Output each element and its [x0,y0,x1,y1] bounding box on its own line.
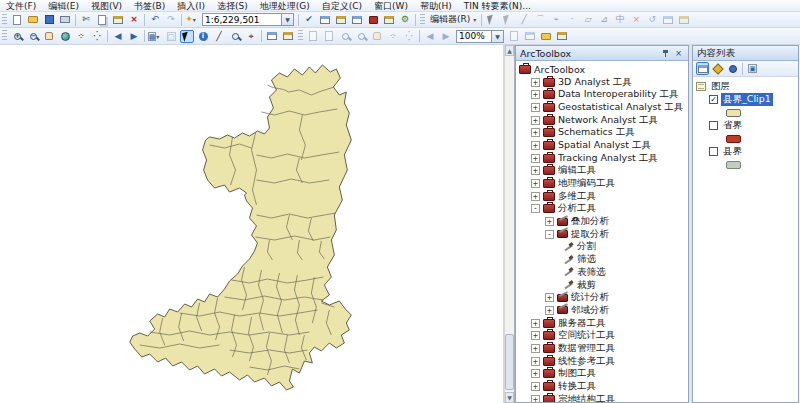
editor-pencil-icon[interactable]: ✔ [302,13,316,26]
expand-icon[interactable]: + [531,357,540,366]
expand-icon[interactable]: + [531,128,540,137]
menu-help[interactable]: 帮助(H) [414,0,458,12]
map-canvas[interactable] [0,45,504,403]
tree-item-proximity[interactable]: +邻域分析 [516,304,688,317]
expand-icon[interactable]: + [531,179,540,188]
cut-polygons-icon[interactable]: ⊿ [597,13,611,26]
undo-icon[interactable]: ↶ [148,13,162,26]
redo-icon[interactable]: ↷ [164,13,178,26]
layer-name[interactable]: 省界 [721,119,744,132]
layer-row-xianjie-clip1[interactable]: ✓ 县界_Clip1 [696,93,798,106]
tree-item-spatial-statistics-tools[interactable]: +空间统计工具 [516,329,688,342]
collapse-icon[interactable]: - [545,230,554,239]
python-window-icon[interactable] [382,13,396,26]
expand-icon[interactable]: + [531,154,540,163]
menu-window[interactable]: 窗口(W) [368,0,414,12]
arctoolbox-title-bar[interactable]: ArcToolbox × [516,46,688,61]
model-builder-window-icon[interactable]: ⚙ [398,13,412,26]
focus-data-frame-icon[interactable] [523,30,537,43]
layer-visibility-checkbox[interactable]: ✓ [709,95,718,104]
layer-symbol-xianjie-clip1[interactable] [696,106,798,119]
list-by-drawing-order-icon[interactable] [696,62,709,75]
map-scale-input[interactable] [203,14,281,25]
clear-selected-features-icon[interactable]: □ [164,30,178,43]
tree-item-arctoolbox-root[interactable]: ArcToolbox [516,63,688,76]
expand-icon[interactable]: + [531,369,540,378]
layer-visibility-checkbox[interactable] [709,121,718,130]
point-tool-icon[interactable]: · [565,13,579,26]
measure-icon[interactable]: ╱ [212,30,226,43]
layout-zoom-dropdown[interactable]: ▼ [491,31,503,42]
scrollbar-thumb[interactable] [505,334,514,390]
find-icon[interactable] [228,30,242,43]
layout-zoom-input[interactable] [457,31,491,42]
new-document-button[interactable] [10,13,24,26]
attributes-window-icon[interactable] [661,13,675,26]
tree-item-tracking-analyst[interactable]: +Tracking Analyst 工具 [516,152,688,165]
toolbar-grip[interactable] [420,14,425,26]
expand-icon[interactable]: + [545,306,554,315]
arccatalog-window-icon[interactable] [366,13,380,26]
layer-row-shengjie[interactable]: 省界 [696,119,798,132]
copy-icon[interactable] [95,13,109,26]
tree-item-data-management-tools[interactable]: +数据管理工具 [516,342,688,355]
expand-icon[interactable]: + [545,293,554,302]
table-of-contents-window-icon[interactable] [318,13,332,26]
list-by-selection-icon[interactable]: ▣ [746,62,759,75]
tree-item-server-tools[interactable]: +服务器工具 [516,317,688,330]
print-button[interactable] [58,13,72,26]
go-forward-extent-icon[interactable]: ▶ [127,30,141,43]
search-window-icon[interactable] [350,13,364,26]
tree-item-linear-referencing-tools[interactable]: +线性参考工具 [516,355,688,368]
scrollbar-track[interactable] [505,56,514,392]
layer-name[interactable]: 县界_Clip1 [721,93,773,106]
viewer-window-icon[interactable] [281,30,295,43]
paste-icon[interactable] [111,13,125,26]
expand-icon[interactable]: + [531,116,540,125]
menu-customize[interactable]: 自定义(C) [316,0,368,12]
zoom-out-layout-icon[interactable] [354,30,368,43]
expand-icon[interactable]: + [531,141,540,150]
pin-icon[interactable] [660,48,671,59]
expand-icon[interactable]: + [531,319,540,328]
tree-item-overlay[interactable]: +叠加分析 [516,215,688,228]
straight-segment-icon[interactable]: ╱ [517,13,531,26]
delete-icon[interactable]: × [127,13,141,26]
open-button[interactable] [26,13,40,26]
layer-symbol-xianjie[interactable] [696,158,798,171]
pan-icon[interactable] [42,30,56,43]
go-to-xy-icon[interactable]: ⌖ [244,30,258,43]
expand-icon[interactable]: + [531,90,540,99]
layer-swatch[interactable] [726,109,741,117]
tree-item-parcel-fabric-tools[interactable]: +宗地结构工具 [516,393,688,402]
undo-sketch-icon[interactable]: ↺ [645,13,659,26]
layer-swatch[interactable] [726,161,741,169]
fixed-zoom-out-layout-icon[interactable]: ⁛ [402,30,416,43]
layer-row-xianjie[interactable]: 县界 [696,145,798,158]
layer-name[interactable]: 县界 [721,145,744,158]
edit-annotation-tool-icon[interactable] [501,13,515,26]
expand-icon[interactable]: + [531,166,540,175]
select-features-icon[interactable]: ▩▾ [148,30,162,43]
pan-layout-icon[interactable] [370,30,384,43]
zoom-whole-page-icon[interactable] [306,30,320,43]
menu-geoprocessing[interactable]: 地理处理(G) [254,0,316,12]
map-vertical-scrollbar[interactable]: ▲ ▼ [504,45,515,403]
zoom-100-icon[interactable] [322,30,336,43]
sketch-properties-icon[interactable] [677,13,691,26]
tree-item-spatial-analyst[interactable]: +Spatial Analyst 工具 [516,139,688,152]
zoom-out-icon[interactable]: − [26,30,40,43]
tree-item-select-tool[interactable]: 筛选 [516,253,688,266]
toc-root-layers[interactable]: 图层 [696,80,798,93]
arc-segment-icon[interactable]: ⌒ [533,13,547,26]
menu-tin-to-features[interactable]: TIN 转要素(N)... [458,0,537,12]
go-back-extent-icon[interactable]: ◀ [111,30,125,43]
expand-icon[interactable]: + [531,331,540,340]
expand-icon[interactable]: + [545,217,554,226]
rotate-tool-icon[interactable]: 中 [613,13,627,26]
expand-icon[interactable]: + [531,78,540,87]
toolbar-grip[interactable] [2,14,7,26]
tree-item-statistics[interactable]: +统计分析 [516,291,688,304]
map-scale-combo[interactable]: ▼ [202,13,294,26]
zoom-in-icon[interactable]: + [10,30,24,43]
